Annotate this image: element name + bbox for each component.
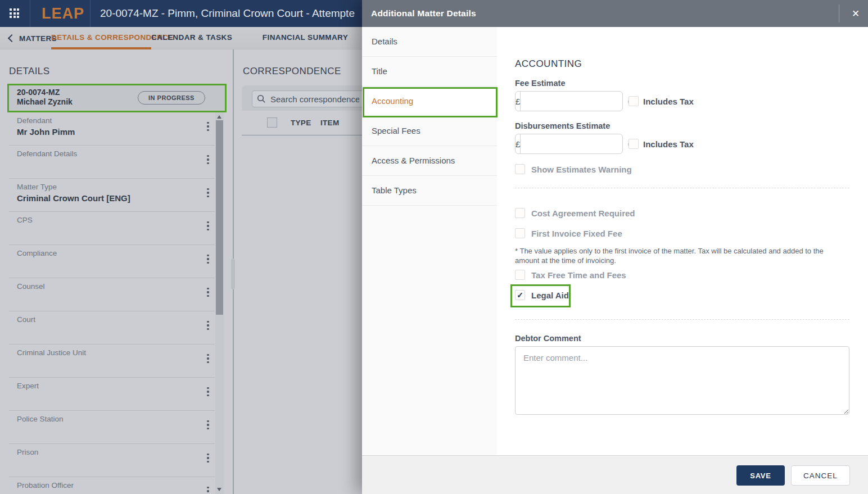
first-invoice-fixed-fee-label: First Invoice Fixed Fee: [531, 229, 622, 238]
kebab-menu-icon[interactable]: [204, 153, 213, 166]
back-to-matters[interactable]: MATTERS: [9, 27, 57, 49]
disbursements-estimate-label: Disbursements Estimate: [515, 121, 610, 130]
detail-row-label: Compliance: [17, 249, 57, 257]
search-icon: [257, 94, 266, 103]
detail-row-label: Probation Officer: [17, 481, 74, 490]
column-header-item[interactable]: ITEM: [320, 119, 339, 127]
modal-nav-item-title[interactable]: Title: [362, 57, 497, 87]
kebab-menu-icon[interactable]: [204, 418, 213, 432]
kebab-menu-icon[interactable]: [204, 219, 213, 233]
fee-estimate-input-group: £: [515, 91, 623, 111]
disbursements-input-group: £: [515, 134, 623, 154]
tab-details-correspondence[interactable]: DETAILS & CORRESPONDENCE: [51, 27, 151, 49]
modal-footer: SAVE CANCEL: [362, 455, 868, 494]
app-root: LEAP 20-0074-MZ - Pimm, Criminal Crown C…: [0, 0, 868, 494]
kebab-menu-icon[interactable]: [204, 120, 213, 133]
kebab-menu-icon[interactable]: [204, 252, 213, 266]
first-invoice-fixed-fee-checkbox[interactable]: [515, 228, 525, 238]
detail-row-value: Criminal Crown Court [ENG]: [17, 193, 130, 203]
detail-row-label: Court: [17, 315, 35, 324]
modal-header: Additional Matter Details ✕: [362, 0, 868, 27]
scroll-down-icon[interactable]: [217, 488, 221, 491]
correspondence-search: [252, 90, 364, 107]
tax-free-time-fees-label: Tax Free Time and Fees: [531, 270, 626, 280]
disbursements-includes-tax-label: Includes Tax: [643, 139, 694, 149]
detail-row-cps[interactable]: CPS: [9, 212, 215, 245]
search-input[interactable]: [252, 90, 364, 107]
show-estimates-warning-checkbox[interactable]: [515, 164, 525, 174]
kebab-menu-icon[interactable]: [204, 186, 213, 200]
section-divider: [515, 188, 849, 188]
additional-matter-details-modal: Additional Matter Details ✕ DetailsTitle…: [362, 0, 868, 494]
fee-estimate-input[interactable]: [521, 92, 639, 111]
kebab-menu-icon[interactable]: [204, 484, 213, 494]
detail-row-expert[interactable]: Expert: [9, 378, 215, 411]
detail-row-compliance[interactable]: Compliance: [9, 245, 215, 278]
kebab-menu-icon[interactable]: [204, 319, 213, 332]
debtor-comment-textarea[interactable]: [515, 346, 849, 415]
details-heading: DETAILS: [9, 66, 49, 77]
matter-card[interactable]: 20-0074-MZ Michael Zyznik IN PROGRESS: [9, 85, 225, 111]
detail-row-criminal-justice-unit[interactable]: Criminal Justice Unit: [9, 345, 215, 378]
cost-agreement-required-checkbox[interactable]: [515, 208, 525, 218]
detail-row-label: Expert: [17, 382, 39, 390]
fee-includes-tax-label: Includes Tax: [643, 97, 694, 106]
legal-aid-label: Legal Aid: [531, 291, 569, 300]
scroll-up-icon[interactable]: [217, 115, 221, 119]
cancel-button[interactable]: CANCEL: [791, 465, 850, 486]
first-invoice-note: * The value applies only to the first in…: [515, 246, 846, 265]
status-badge: IN PROGRESS: [138, 91, 205, 105]
tab-calendar-tasks[interactable]: CALENDAR & TASKS: [151, 27, 221, 49]
fee-includes-tax-checkbox[interactable]: [629, 96, 639, 106]
detail-row-probation-officer[interactable]: Probation Officer: [9, 477, 215, 494]
app-grid-icon[interactable]: [10, 8, 20, 19]
kebab-menu-icon[interactable]: [204, 352, 213, 365]
details-scrollbar[interactable]: [215, 112, 224, 494]
correspondence-heading: CORRESPONDENCE: [243, 66, 341, 77]
modal-nav-item-table-types[interactable]: Table Types: [362, 176, 497, 206]
currency-symbol: £: [516, 92, 521, 111]
leap-logo[interactable]: LEAP: [37, 0, 89, 27]
detail-row-label: Defendant Details: [17, 149, 77, 158]
detail-row-police-station[interactable]: Police Station: [9, 411, 215, 444]
detail-row-label: Counsel: [17, 282, 45, 291]
modal-title: Additional Matter Details: [371, 0, 476, 27]
modal-nav-item-accounting[interactable]: Accounting: [362, 87, 497, 116]
debtor-comment-label: Debtor Comment: [515, 334, 581, 343]
topbar-divider: [30, 0, 30, 27]
table-header-divider: [242, 135, 362, 135]
disbursements-includes-tax-checkbox[interactable]: [629, 139, 639, 149]
topbar-divider: [90, 0, 91, 27]
scrollbar-thumb[interactable]: [216, 120, 223, 315]
cost-agreement-required-label: Cost Agreement Required: [531, 209, 635, 218]
modal-nav-item-details[interactable]: Details: [362, 27, 497, 57]
detail-row-defendant[interactable]: DefendantMr John Pimm: [9, 112, 215, 146]
select-all-checkbox[interactable]: [267, 117, 277, 128]
column-header-type[interactable]: TYPE: [291, 119, 311, 127]
kebab-menu-icon[interactable]: [204, 285, 213, 299]
detail-row-matter-type[interactable]: Matter TypeCriminal Crown Court [ENG]: [9, 179, 215, 212]
detail-row-prison[interactable]: Prison: [9, 444, 215, 477]
close-icon[interactable]: ✕: [843, 0, 868, 27]
header-divider: [839, 4, 839, 22]
modal-nav-item-access-permissions[interactable]: Access & Permissions: [362, 146, 497, 176]
show-estimates-warning-label: Show Estimates Warning: [531, 165, 632, 174]
kebab-menu-icon[interactable]: [204, 451, 213, 465]
currency-symbol: £: [516, 134, 521, 153]
section-divider: [515, 319, 849, 320]
modal-nav: DetailsTitleAccountingSpecial FeesAccess…: [362, 27, 497, 455]
panel-divider-handle[interactable]: [231, 259, 235, 289]
tax-free-time-fees-checkbox[interactable]: [515, 270, 525, 280]
modal-nav-item-special-fees[interactable]: Special Fees: [362, 116, 497, 146]
legal-aid-checkbox[interactable]: [515, 290, 525, 300]
fee-estimate-label: Fee Estimate: [515, 79, 565, 88]
detail-row-court[interactable]: Court: [9, 311, 215, 345]
details-rows: DefendantMr John PimmDefendant DetailsMa…: [9, 112, 215, 494]
detail-row-label: Prison: [17, 448, 38, 456]
detail-row-counsel[interactable]: Counsel: [9, 278, 215, 311]
kebab-menu-icon[interactable]: [204, 385, 213, 398]
disbursements-estimate-input[interactable]: [521, 134, 639, 153]
detail-row-defendant-details[interactable]: Defendant Details: [9, 146, 215, 179]
save-button[interactable]: SAVE: [736, 465, 785, 486]
detail-row-label: Police Station: [17, 415, 64, 423]
